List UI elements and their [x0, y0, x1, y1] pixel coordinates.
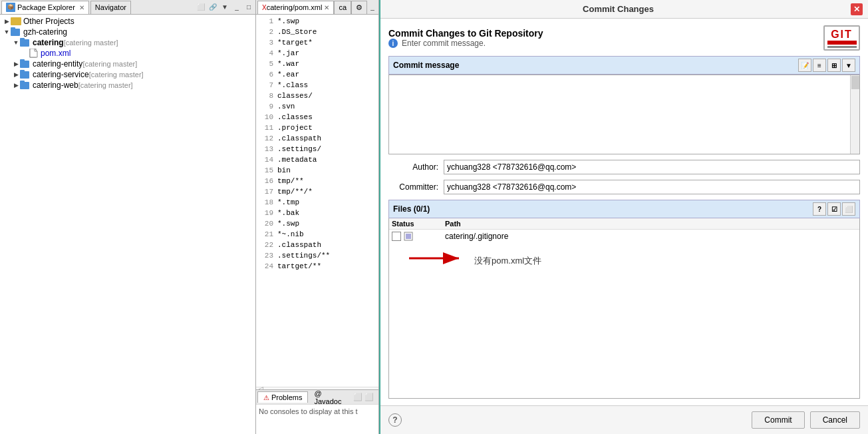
- commit-message-label: Commit message: [393, 61, 459, 70]
- bottom-tab-bar: ⚠ Problems @ Javadoc ⬜ ⬜: [256, 389, 378, 404]
- file-row: catering/.gitignore: [389, 230, 859, 243]
- tab-package-explorer[interactable]: 📦 Package Explorer ✕: [1, 1, 89, 14]
- line-content: .metadata: [277, 154, 317, 165]
- tab-console[interactable]: ⬜ ⬜: [347, 391, 380, 403]
- message-scrollbar[interactable]: [850, 75, 859, 154]
- files-table-header: Status Path: [389, 218, 859, 230]
- code-line: 17tmp/**/*: [256, 186, 378, 197]
- tab-problems[interactable]: ⚠ Problems: [257, 391, 308, 403]
- tab-navigator[interactable]: Navigator: [90, 1, 131, 14]
- item-label: gzh-catering: [23, 27, 67, 37]
- project-icon: [20, 59, 31, 69]
- explorer-tab-close[interactable]: ✕: [79, 4, 84, 11]
- file-tab-bar: X catering/pom.xml ✕ ca ⚙ _ □ ▸: [256, 0, 378, 15]
- line-number: 19: [259, 208, 273, 218]
- link-with-editor-btn[interactable]: 🔗: [208, 2, 218, 13]
- tab-ca[interactable]: ca: [334, 1, 351, 14]
- minimize-btn[interactable]: _: [231, 2, 242, 13]
- commit-message-input[interactable]: [389, 75, 850, 154]
- maximize-btn[interactable]: □: [243, 2, 254, 13]
- commit-message-toolbar: 📝 ≡ ⊞ ▼: [798, 59, 855, 72]
- files-section-label: Files (0/1): [393, 204, 430, 214]
- tree-item-catering-service[interactable]: ▶ catering-service [catering master]: [0, 69, 255, 80]
- code-line: 20*.swp: [256, 218, 378, 229]
- tree-item-other-projects[interactable]: ▶ Other Projects: [0, 16, 255, 27]
- code-line: 24tartget/**: [256, 261, 378, 272]
- file-content: 1*.swp2.DS_Store3*target*4*.jar5*.war6*.…: [256, 15, 378, 387]
- line-number: 24: [259, 261, 273, 272]
- line-number: 1: [259, 16, 273, 27]
- code-line: 7*.class: [256, 80, 378, 91]
- explorer-tab-label: Package Explorer: [17, 3, 75, 11]
- help-button[interactable]: ?: [388, 413, 402, 427]
- filter-btn[interactable]: ≡: [813, 59, 826, 72]
- svg-rect-3: [20, 38, 25, 41]
- tree-item-catering[interactable]: ▼ catering [catering master]: [0, 37, 255, 48]
- line-content: *target*: [277, 37, 313, 48]
- author-input[interactable]: [444, 160, 860, 174]
- dialog-close-button[interactable]: ✕: [851, 3, 863, 15]
- more-btn[interactable]: ⊞: [827, 59, 841, 72]
- line-number: 18: [259, 197, 273, 208]
- commit-message-header: Commit message 📝 ≡ ⊞ ▼: [388, 56, 860, 75]
- tab-settings-icon[interactable]: ⚙: [351, 1, 367, 14]
- committer-input[interactable]: [444, 180, 860, 194]
- code-line: 3*target*: [256, 37, 378, 48]
- line-content: classes/: [277, 91, 313, 101]
- code-line: 23.settings/**: [256, 250, 378, 261]
- line-number: 3: [259, 37, 273, 48]
- commit-button[interactable]: Commit: [752, 411, 804, 429]
- item-label: catering: [33, 38, 64, 47]
- committer-label: Committer:: [388, 182, 438, 192]
- expand-arrow: ▶: [3, 17, 11, 25]
- line-number: 16: [259, 176, 273, 186]
- collapse-all-btn[interactable]: ⬜: [196, 2, 206, 13]
- code-line: 2.DS_Store: [256, 27, 378, 37]
- commit-message-section: Commit message 📝 ≡ ⊞ ▼: [388, 56, 860, 154]
- item-label: catering-entity: [33, 59, 82, 69]
- line-content: tartget/**: [277, 261, 321, 272]
- tree-item-gzh-catering[interactable]: ▼ gzh-catering: [0, 27, 255, 37]
- code-line: 5*.war: [256, 59, 378, 69]
- dialog-main-title: Commit Changes to Git Repository: [388, 28, 543, 39]
- file-path: catering/.gitignore: [445, 232, 857, 241]
- files-toolbar: ? ☑ ⬜: [813, 202, 855, 216]
- files-check-btn[interactable]: ☑: [827, 202, 841, 216]
- code-line: 13.settings/: [256, 144, 378, 154]
- line-number: 5: [259, 59, 273, 69]
- file-tab-close[interactable]: ✕: [324, 4, 329, 11]
- expand-btn[interactable]: ▼: [842, 59, 855, 72]
- files-table: Status Path catering/.gitignore: [388, 218, 860, 399]
- line-number: 13: [259, 144, 273, 154]
- line-content: *.tmp: [277, 197, 299, 208]
- line-content: *~.nib: [277, 229, 304, 240]
- code-line: 18*.tmp: [256, 197, 378, 208]
- line-content: .classpath: [277, 240, 321, 250]
- project-icon: [20, 38, 31, 47]
- git-bar2: [827, 46, 857, 48]
- problems-icon: ⚠: [263, 394, 269, 401]
- code-line: 6*.ear: [256, 69, 378, 80]
- files-help-btn[interactable]: ?: [813, 202, 826, 216]
- tree-item-pom-xml[interactable]: ▶ pom.xml: [0, 48, 255, 59]
- settings-icon: ⚙: [356, 3, 362, 12]
- spell-check-btn[interactable]: 📝: [798, 59, 811, 72]
- svg-rect-9: [20, 70, 25, 73]
- editor-minimize[interactable]: _: [367, 2, 378, 13]
- problems-tab-label: Problems: [271, 393, 302, 401]
- expand-arrow: ▶: [12, 81, 20, 89]
- line-number: 11: [259, 122, 273, 133]
- tree-item-catering-entity[interactable]: ▶ catering-entity [catering master]: [0, 59, 255, 69]
- line-number: 12: [259, 133, 273, 144]
- line-number: 14: [259, 154, 273, 165]
- file-checkbox[interactable]: [392, 232, 401, 241]
- col-status-header: Status: [392, 220, 445, 228]
- tree-item-catering-web[interactable]: ▶ catering-web [catering master]: [0, 80, 255, 91]
- view-menu-btn[interactable]: ▼: [219, 2, 230, 13]
- tab-pom-xml[interactable]: X catering/pom.xml ✕: [257, 1, 334, 14]
- line-number: 6: [259, 69, 273, 80]
- annotation-text: 没有pom.xml文件: [474, 255, 541, 267]
- cancel-button[interactable]: Cancel: [810, 411, 860, 429]
- line-number: 22: [259, 240, 273, 250]
- files-expand-btn[interactable]: ⬜: [842, 202, 855, 216]
